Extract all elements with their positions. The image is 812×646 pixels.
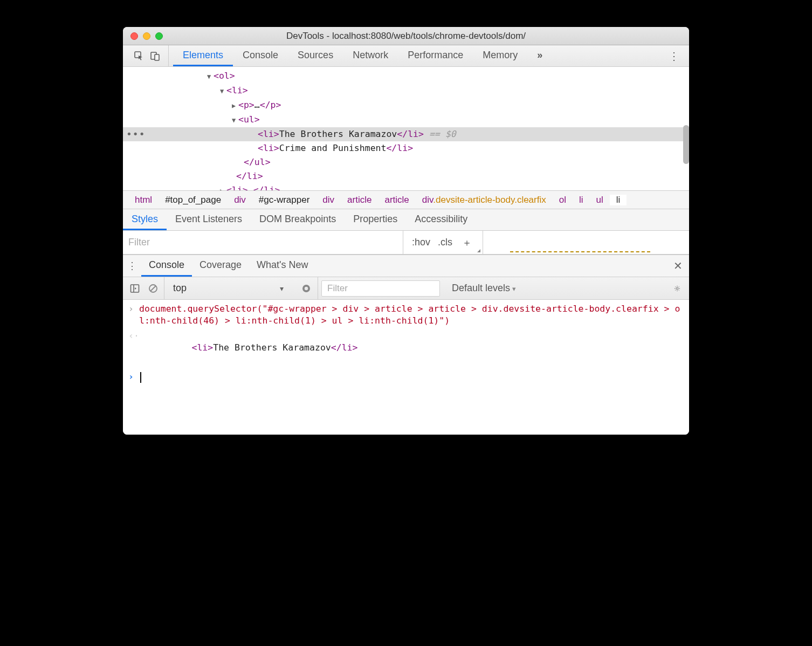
dom-tree-row[interactable]: </ul> bbox=[123, 155, 689, 169]
tab-console[interactable]: Console bbox=[233, 45, 288, 66]
new-style-rule-icon[interactable]: ＋ bbox=[460, 236, 474, 249]
dom-breadcrumb[interactable]: html#top_of_pagediv#gc-wrapperdivarticle… bbox=[123, 191, 689, 209]
tab-network[interactable]: Network bbox=[343, 45, 398, 66]
maximize-window-button[interactable] bbox=[155, 32, 163, 40]
close-window-button[interactable] bbox=[130, 32, 138, 40]
dom-tree-row[interactable]: <li>Crime and Punishment</li> bbox=[123, 141, 689, 155]
svg-point-8 bbox=[304, 286, 307, 290]
devtools-window: DevTools - localhost:8080/web/tools/chro… bbox=[123, 27, 689, 435]
more-menu-icon[interactable]: ⋮ bbox=[666, 49, 682, 64]
breadcrumb-item[interactable]: ul bbox=[590, 195, 610, 205]
hov-toggle[interactable]: :hov bbox=[412, 237, 430, 248]
toolbar-right-group: ⋮ bbox=[662, 49, 686, 64]
svg-rect-2 bbox=[155, 54, 159, 60]
drawer-menu-icon[interactable]: ⋮ bbox=[123, 255, 141, 277]
breadcrumb-item[interactable]: html bbox=[128, 195, 159, 205]
tab-sources[interactable]: Sources bbox=[288, 45, 343, 66]
window-title: DevTools - localhost:8080/web/tools/chro… bbox=[123, 31, 689, 42]
dom-tree-panel[interactable]: ▼<ol>▼<li>▶<p>…</p>▼<ul>•••<li>The Broth… bbox=[123, 67, 689, 191]
console-output-row: ‹· <li>The Brothers Karamazov</li> bbox=[128, 330, 684, 366]
tabs-overflow-icon[interactable]: » bbox=[527, 45, 552, 66]
console-sidebar-toggle-icon[interactable] bbox=[127, 281, 142, 296]
inspect-element-icon[interactable] bbox=[132, 49, 147, 64]
dom-tree-row[interactable]: ▼<li> bbox=[123, 84, 689, 98]
dom-tree-row[interactable]: ▼<ol> bbox=[123, 69, 689, 84]
chevron-left-icon: ‹· bbox=[128, 330, 139, 366]
drawer-tab-console[interactable]: Console bbox=[141, 255, 192, 277]
minimize-window-button[interactable] bbox=[143, 32, 150, 40]
drawer-tab-whats-new[interactable]: What's New bbox=[249, 255, 315, 277]
box-model-preview bbox=[510, 251, 650, 255]
drawer-tab-coverage[interactable]: Coverage bbox=[192, 255, 249, 277]
subtab-event-listeners[interactable]: Event Listeners bbox=[167, 209, 251, 230]
prompt-chevron-icon: › bbox=[128, 371, 139, 383]
console-output-node[interactable]: <li>The Brothers Karamazov</li> bbox=[139, 330, 684, 366]
subtab-styles[interactable]: Styles bbox=[123, 209, 167, 230]
subtab-dom-breakpoints[interactable]: DOM Breakpoints bbox=[251, 209, 345, 230]
styles-filter-input[interactable] bbox=[123, 231, 403, 254]
styles-subtabs: Styles Event Listeners DOM Breakpoints P… bbox=[123, 209, 689, 231]
breadcrumb-item[interactable]: #gc-wrapper bbox=[252, 195, 316, 205]
console-input-row: › document.querySelector("#gc-wrapper > … bbox=[128, 303, 684, 327]
breadcrumb-item[interactable]: li bbox=[573, 195, 590, 205]
console-context-value: top bbox=[167, 283, 289, 294]
styles-filter-row: :hov .cls ＋ bbox=[123, 231, 689, 255]
dom-tree-row[interactable]: ▶<li>…</li> bbox=[123, 183, 689, 191]
breadcrumb-item[interactable]: li bbox=[610, 195, 627, 205]
svg-line-6 bbox=[150, 286, 156, 291]
main-tabs: Elements Console Sources Network Perform… bbox=[169, 45, 662, 66]
breadcrumb-item[interactable]: article bbox=[378, 195, 415, 205]
breadcrumb-item[interactable]: div.devsite-article-body.clearfix bbox=[416, 195, 553, 205]
svg-line-16 bbox=[675, 290, 676, 290]
device-toolbar-icon[interactable] bbox=[148, 49, 163, 64]
svg-line-14 bbox=[675, 286, 676, 287]
console-context-select[interactable]: top bbox=[164, 277, 291, 299]
console-input-code: document.querySelector("#gc-wrapper > di… bbox=[139, 303, 684, 327]
tab-elements[interactable]: Elements bbox=[173, 45, 233, 66]
subtab-accessibility[interactable]: Accessibility bbox=[406, 209, 476, 230]
macos-titlebar: DevTools - localhost:8080/web/tools/chro… bbox=[123, 27, 689, 45]
dom-tree-row[interactable]: </li> bbox=[123, 169, 689, 183]
main-toolbar: Elements Console Sources Network Perform… bbox=[123, 45, 689, 67]
breadcrumb-item[interactable]: #top_of_page bbox=[159, 195, 228, 205]
toolbar-left-group bbox=[126, 45, 169, 66]
breadcrumb-item[interactable]: article bbox=[341, 195, 378, 205]
breadcrumb-item[interactable]: div bbox=[316, 195, 341, 205]
console-settings-icon[interactable] bbox=[670, 281, 685, 296]
breadcrumb-item[interactable]: div bbox=[228, 195, 252, 205]
subtab-properties[interactable]: Properties bbox=[345, 209, 406, 230]
cls-toggle[interactable]: .cls bbox=[438, 237, 452, 248]
svg-point-9 bbox=[676, 287, 678, 290]
tab-performance[interactable]: Performance bbox=[398, 45, 473, 66]
console-prompt-row[interactable]: › bbox=[128, 371, 684, 383]
traffic-lights bbox=[123, 32, 163, 40]
dom-tree-row[interactable]: ▶<p>…</p> bbox=[123, 98, 689, 113]
svg-line-17 bbox=[678, 286, 679, 287]
console-toolbar: top Default levels bbox=[123, 277, 689, 300]
clear-console-icon[interactable] bbox=[146, 281, 161, 296]
console-prompt-input[interactable] bbox=[139, 371, 684, 383]
hov-cls-group: :hov .cls ＋ bbox=[403, 231, 483, 254]
svg-line-15 bbox=[678, 290, 679, 290]
console-levels-select[interactable]: Default levels bbox=[443, 283, 525, 294]
drawer-close-icon[interactable]: ✕ bbox=[667, 255, 689, 277]
breadcrumb-item[interactable]: ol bbox=[553, 195, 573, 205]
dom-tree-row[interactable]: ▼<ul> bbox=[123, 113, 689, 127]
dom-tree-row[interactable]: •••<li>The Brothers Karamazov</li> == $0 bbox=[123, 127, 689, 141]
chevron-right-icon: › bbox=[128, 303, 139, 327]
tab-memory[interactable]: Memory bbox=[473, 45, 527, 66]
scrollbar-thumb[interactable] bbox=[683, 125, 689, 164]
dom-tree[interactable]: ▼<ol>▼<li>▶<p>…</p>▼<ul>•••<li>The Broth… bbox=[123, 67, 689, 191]
console-output[interactable]: › document.querySelector("#gc-wrapper > … bbox=[123, 300, 689, 435]
live-expression-icon[interactable] bbox=[294, 277, 318, 299]
console-filter-input[interactable] bbox=[321, 280, 440, 297]
drawer-tabs: ⋮ Console Coverage What's New ✕ bbox=[123, 255, 689, 277]
